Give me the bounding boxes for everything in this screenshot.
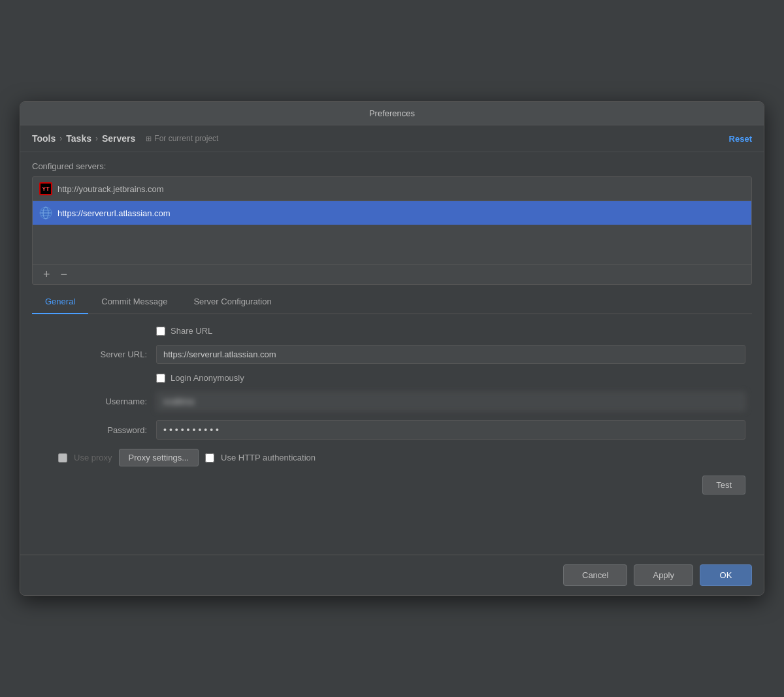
tab-commit-message[interactable]: Commit Message [88, 290, 180, 314]
login-anon-checkbox[interactable] [156, 374, 165, 383]
use-proxy-checkbox[interactable] [58, 453, 67, 462]
proxy-row: Use proxy Proxy settings... Use HTTP aut… [39, 449, 745, 466]
tab-server-configuration[interactable]: Server Configuration [180, 290, 284, 314]
servers-label: Configured servers: [32, 161, 752, 171]
content-area: Configured servers: YT http://youtrack.j… [20, 152, 764, 515]
proxy-settings-button[interactable]: Proxy settings... [119, 449, 199, 466]
login-anon-row: Login Anonymously [39, 373, 745, 383]
server-list: YT http://youtrack.jetbrains.com https:/… [32, 176, 752, 285]
footer: Cancel Apply OK [20, 555, 764, 595]
server-list-empty [33, 225, 751, 264]
server-url-atlassian: https://serverurl.atlassian.com [57, 208, 171, 218]
dialog-title: Preferences [369, 108, 415, 118]
apply-button[interactable]: Apply [634, 564, 693, 586]
add-server-button[interactable]: + [38, 268, 56, 280]
breadcrumb-servers[interactable]: Servers [102, 133, 135, 144]
breadcrumb-sep-2: › [95, 134, 98, 143]
server-url-input[interactable] [156, 345, 745, 364]
breadcrumb-project: ⊞ For current project [146, 134, 218, 143]
ok-button[interactable]: OK [700, 564, 752, 586]
server-url-youtrack: http://youtrack.jetbrains.com [57, 184, 164, 194]
use-proxy-label: Use proxy [74, 453, 112, 462]
preferences-dialog: Preferences Tools › Tasks › Servers ⊞ Fo… [20, 101, 764, 596]
test-row: Test [39, 476, 745, 494]
breadcrumb-tasks[interactable]: Tasks [66, 133, 91, 144]
breadcrumb-project-label: For current project [154, 134, 218, 143]
password-input[interactable] [156, 420, 745, 440]
remove-server-button[interactable]: − [56, 268, 73, 280]
password-label: Password: [39, 425, 156, 435]
server-list-actions: + − [33, 264, 751, 284]
tab-general[interactable]: General [32, 290, 88, 314]
cancel-button[interactable]: Cancel [563, 564, 627, 586]
reset-button[interactable]: Reset [729, 134, 752, 144]
project-icon: ⊞ [146, 135, 152, 143]
youtrack-icon: YT [39, 182, 52, 195]
globe-icon [39, 206, 52, 219]
username-row: Username: [39, 392, 745, 411]
form-area: Share URL Server URL: Login Anonymously … [32, 314, 752, 506]
share-url-row: Share URL [39, 326, 745, 336]
password-row: Password: [39, 420, 745, 440]
server-url-label: Server URL: [39, 349, 156, 359]
breadcrumb-sep-1: › [59, 134, 62, 143]
username-input[interactable] [156, 392, 745, 411]
share-url-checkbox[interactable] [156, 327, 165, 336]
server-item-atlassian[interactable]: https://serverurl.atlassian.com [33, 201, 751, 225]
breadcrumb-row: Tools › Tasks › Servers ⊞ For current pr… [20, 125, 764, 152]
use-http-auth-checkbox[interactable] [205, 453, 214, 462]
share-url-label[interactable]: Share URL [171, 326, 212, 336]
username-label: Username: [39, 397, 156, 406]
login-anon-label[interactable]: Login Anonymously [171, 373, 244, 383]
use-http-auth-label[interactable]: Use HTTP authentication [221, 453, 316, 462]
test-button[interactable]: Test [702, 476, 745, 494]
server-item-youtrack[interactable]: YT http://youtrack.jetbrains.com [33, 177, 751, 201]
breadcrumb-tools[interactable]: Tools [32, 133, 56, 144]
server-url-row: Server URL: [39, 345, 745, 364]
tabs-row: General Commit Message Server Configurat… [32, 290, 752, 314]
title-bar: Preferences [20, 102, 764, 125]
